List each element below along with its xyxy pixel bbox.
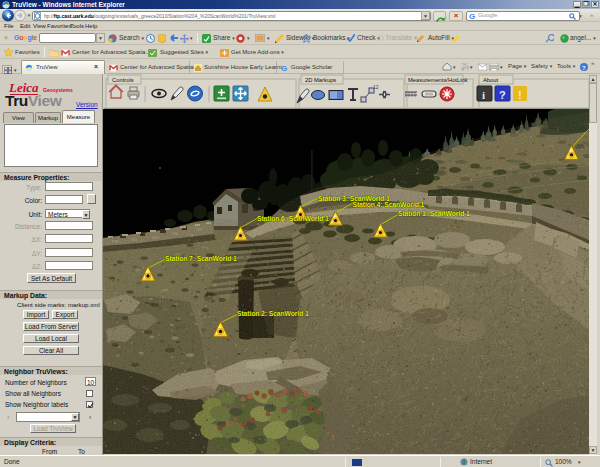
svg-text:?: ? <box>582 64 586 70</box>
svg-text:i: i <box>482 89 485 101</box>
svg-text:2D Markups: 2D Markups <box>305 77 336 83</box>
svg-text:!: ! <box>518 89 522 101</box>
svg-text:Station 6: ScanWorld 1: Station 6: ScanWorld 1 <box>257 215 329 222</box>
svg-text:Station 2: ScanWorld 1: Station 2: ScanWorld 1 <box>237 310 309 317</box>
svg-text:About: About <box>483 77 499 83</box>
svg-text:Station 1: ScanWorld 1: Station 1: ScanWorld 1 <box>398 210 470 217</box>
svg-text:G: G <box>469 12 475 20</box>
svg-text:12: 12 <box>373 84 379 90</box>
svg-text:Measurements/HotLink: Measurements/HotLink <box>408 77 468 83</box>
svg-text:Station 7: ScanWorld 1: Station 7: ScanWorld 1 <box>165 255 237 262</box>
svg-text:Controls: Controls <box>112 77 134 83</box>
svg-text:Station 4: ScanWorld 1: Station 4: ScanWorld 1 <box>353 201 425 208</box>
svg-text:?: ? <box>499 89 506 101</box>
svg-text:G: G <box>281 64 287 72</box>
